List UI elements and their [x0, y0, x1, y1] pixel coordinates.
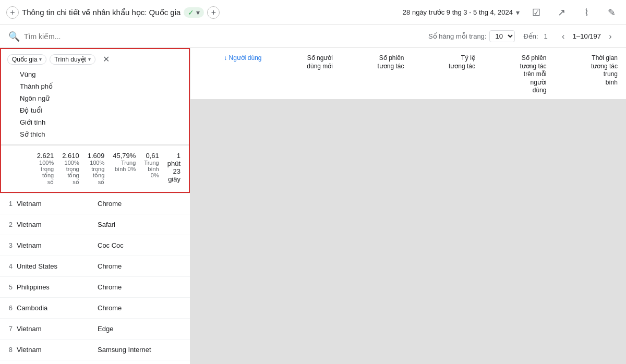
country-chip-arrow: ▾	[39, 56, 42, 62]
rows-per-page-label: Số hàng mỗi trang:	[428, 32, 486, 40]
table-row[interactable]: 8 Vietnam Samsung Internet	[0, 339, 190, 360]
share-icon-button[interactable]: ↗	[553, 4, 570, 21]
prev-page-button[interactable]: ‹	[556, 29, 571, 44]
add-tab-left-button[interactable]: +	[6, 6, 19, 19]
dim-filter-controls: Quốc gia ▾ Trình duyệt ▾ ✕ Vùng	[7, 53, 114, 142]
page-title: Thông tin chi tiết về nhân khẩu học: Quố…	[22, 8, 180, 17]
top-bar-left: + Thông tin chi tiết về nhân khẩu học: Q…	[6, 6, 399, 19]
chart-icon-button[interactable]: ⌇	[578, 4, 595, 21]
browser-chip-arrow: ▾	[88, 56, 91, 62]
menu-item-region[interactable]: Vùng	[7, 68, 114, 80]
totals-avg-time: 1 phút 23 giây	[163, 151, 185, 187]
table-row[interactable]: 2 Vietnam Safari	[0, 214, 190, 235]
col-headers-row: Quốc gia ▾ Trình duyệt ▾ ✕ Vùng	[1, 49, 189, 145]
status-badge: ✓ ▾	[184, 7, 204, 18]
page-nav: ‹ 1–10/197 ›	[556, 29, 618, 44]
table-header: Quốc gia ▾ Trình duyệt ▾ ✕ Vùng	[0, 48, 190, 193]
metric-header-new-users[interactable]: Số ngườidùng mới	[266, 52, 338, 97]
search-right: Số hàng mỗi trang: 10 25 50 Đến: 1 ‹ 1–1…	[428, 29, 618, 44]
top-bar-right: 28 ngày trước 9 thg 3 - 5 thg 4, 2024 ▾ …	[403, 4, 620, 21]
dimension-headers: Quốc gia ▾ Trình duyệt ▾ ✕ Vùng	[1, 53, 189, 142]
browser-chip-label: Trình duyệt	[54, 56, 86, 63]
main-content: Quốc gia ▾ Trình duyệt ▾ ✕ Vùng	[0, 48, 626, 364]
page-to-label: Đến: 1	[523, 32, 547, 40]
menu-item-gender[interactable]: Giới tính	[7, 116, 114, 128]
right-panel: ↓ Người dùng Số ngườidùng mới Số phiêntư…	[190, 48, 626, 364]
left-panel: Quốc gia ▾ Trình duyệt ▾ ✕ Vùng	[0, 48, 190, 364]
date-range-text: 28 ngày trước 9 thg 3 - 5 thg 4, 2024	[403, 8, 513, 16]
data-rows-container: 1 Vietnam Chrome 2 Vietnam Safari 3 Viet…	[0, 193, 190, 364]
page-info: 1–10/197	[573, 32, 601, 40]
country-chip-label: Quốc gia	[12, 56, 37, 63]
menu-item-age[interactable]: Độ tuổi	[7, 104, 114, 116]
rows-per-page-select[interactable]: 10 25 50	[489, 30, 515, 42]
pen-icon-button[interactable]: ✎	[603, 4, 620, 21]
check-icon: ✓	[188, 8, 194, 17]
browser-filter-chip[interactable]: Trình duyệt ▾	[50, 54, 95, 65]
metric-header-sessions[interactable]: Số phiêntương tác	[337, 52, 408, 97]
dimension-dropdown-menu: Vùng Thành phố Ngôn ngữ Độ tuổi Giới tín…	[7, 66, 114, 142]
remove-filter-button[interactable]: ✕	[99, 53, 114, 65]
totals-sessions: 1.609 100% trong tổng số	[83, 151, 109, 187]
metric-header-users[interactable]: ↓ Người dùng	[195, 52, 266, 97]
edit-icon-button[interactable]: ☑	[528, 4, 545, 21]
top-bar: + Thông tin chi tiết về nhân khẩu học: Q…	[0, 0, 626, 25]
totals-new-users: 2.610 100% trong tổng số	[58, 151, 83, 187]
totals-users: 2.621 100% trong tổng số	[33, 151, 58, 187]
date-range-selector[interactable]: 28 ngày trước 9 thg 3 - 5 thg 4, 2024 ▾	[403, 8, 520, 17]
metric-header-engagement-rate[interactable]: Tỷ lệtương tác	[408, 52, 480, 97]
search-icon: 🔍	[8, 31, 20, 42]
date-range-arrow: ▾	[516, 8, 520, 17]
country-filter-chip[interactable]: Quốc gia ▾	[7, 54, 46, 65]
table-row[interactable]: 1 Vietnam Chrome	[0, 193, 190, 214]
status-dropdown-arrow[interactable]: ▾	[196, 8, 200, 17]
totals-engagement-rate: 45,79% Trung bình 0%	[109, 151, 140, 187]
totals-sessions-per-user: 0,61 Trung bình 0%	[140, 151, 163, 187]
menu-item-city[interactable]: Thành phố	[7, 80, 114, 92]
search-input[interactable]	[24, 32, 424, 41]
table-row[interactable]: 3 Vietnam Coc Coc	[0, 235, 190, 256]
table-row[interactable]: 9 United States Safari	[0, 360, 190, 364]
table-row[interactable]: 7 Vietnam Edge	[0, 318, 190, 339]
totals-row: 2.621 100% trong tổng số 2.610 100% tron…	[1, 145, 189, 192]
rows-per-page-control: Số hàng mỗi trang: 10 25 50	[428, 30, 515, 42]
add-tab-right-button[interactable]: +	[207, 6, 220, 19]
menu-item-language[interactable]: Ngôn ngữ	[7, 92, 114, 104]
metric-header-avg-time[interactable]: Thời giantương táctrungbình	[551, 52, 622, 97]
metric-headers: ↓ Người dùng Số ngườidùng mới Số phiêntư…	[190, 48, 626, 100]
totals-metric-cells: 2.621 100% trong tổng số 2.610 100% tron…	[29, 151, 189, 187]
metric-header-sessions-per-user[interactable]: Số phiêntương táctrên mỗingườidùng	[479, 52, 551, 97]
menu-item-interests[interactable]: Sở thích	[7, 128, 114, 140]
table-row[interactable]: 5 Philippines Chrome	[0, 276, 190, 297]
table-row[interactable]: 4 United States Chrome	[0, 256, 190, 276]
table-row[interactable]: 6 Cambodia Chrome	[0, 297, 190, 318]
next-page-button[interactable]: ›	[603, 29, 618, 44]
search-bar: 🔍 Số hàng mỗi trang: 10 25 50 Đến: 1 ‹ 1…	[0, 25, 626, 48]
